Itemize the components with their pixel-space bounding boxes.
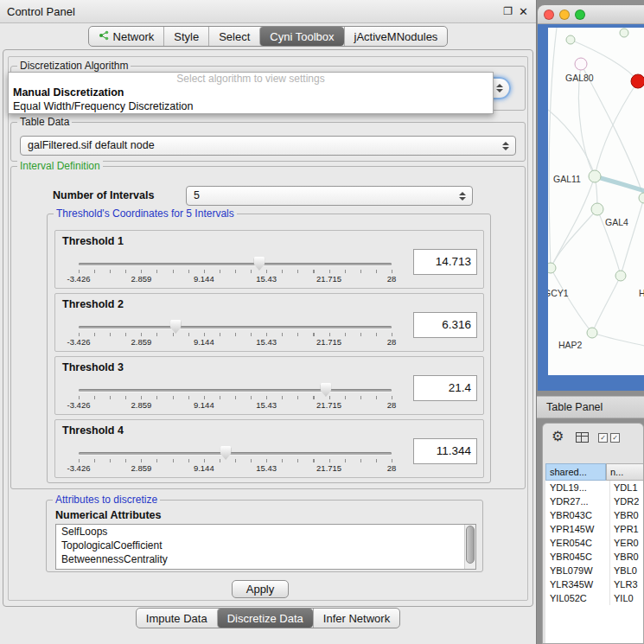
slider-thumb[interactable] [170,320,182,334]
slider-track[interactable] [79,452,392,455]
float-window-icon[interactable]: ❐ [503,0,513,23]
traffic-light[interactable] [559,10,570,20]
tab-impute-data[interactable]: Impute Data [137,609,217,628]
threshold-value-field[interactable]: 14.713 [413,249,477,275]
spinner-arrows-icon [496,84,503,92]
tick-labels: -3.4262.8599.14415.4321.71528 [79,463,392,474]
threshold-label: Threshold 2 [62,298,124,310]
combo-value: 5 [194,189,200,201]
algorithm-dropdown: Select algorithm to view settings Manual… [8,72,494,114]
tick-label: 2.859 [131,400,152,410]
tick-label: 15.43 [256,463,277,473]
checkbox-icon[interactable]: ✓ [610,433,620,443]
tick-label: 15.43 [256,400,277,410]
tab-jactivemnodules[interactable]: jActiveMNodules [344,27,448,46]
list-item[interactable]: TopologicalCoefficient [56,539,475,552]
cell: YPR145W [550,522,605,536]
table-row[interactable]: YDL19...YDL1 [545,481,643,494]
numerical-attributes-list[interactable]: SelfLoops TopologicalCoefficient Between… [55,524,476,570]
tick-label: 2.859 [131,274,152,284]
tick-labels: -3.4262.8599.14415.4321.71528 [79,337,392,348]
network-node[interactable] [639,193,644,203]
slider-track[interactable] [79,263,392,265]
dropdown-placeholder: Select algorithm to view settings [9,73,493,86]
scrollbar-thumb[interactable] [466,526,475,564]
traffic-light[interactable] [544,10,554,20]
column-header-shared-name[interactable]: shared... [545,463,606,481]
tick-label: 28 [387,463,397,473]
cell: YBR0 [609,550,639,564]
tab-infer-network[interactable]: Infer Network [313,609,399,628]
tick-label: 21.715 [316,463,341,473]
hap2-node[interactable] [587,328,597,338]
network-node[interactable] [620,29,628,37]
network-node[interactable] [566,35,575,44]
threshold-value-field[interactable]: 21.4 [413,375,477,401]
cell: YDL1 [609,481,638,494]
slider-track[interactable] [79,326,392,328]
tick-label: 21.715 [316,400,341,410]
threshold-value-field[interactable]: 11.344 [413,438,477,464]
tab-style[interactable]: Style [163,27,208,46]
highlighted-node[interactable] [631,74,644,88]
column-header-name[interactable]: n... [606,463,644,481]
table-row[interactable]: YLR345WYLR3 [545,577,643,591]
node-label: HAP2 [558,340,583,350]
tick-label: -3.426 [67,463,91,473]
table-row[interactable]: YPR145WYPR1 [545,522,643,536]
slider-track[interactable] [79,389,392,392]
gcy1-node[interactable] [548,263,556,273]
node-label: GCY1 [548,288,569,298]
traffic-light[interactable] [575,10,585,20]
table-row[interactable]: YIL052CYIL0 [545,591,643,605]
threshold-value-field[interactable]: 6.316 [413,312,477,338]
dropdown-option-equal-width[interactable]: Equal Width/Frequency Discretization [9,99,493,113]
gal4-node[interactable] [591,203,603,215]
cell: YIL052C [550,591,605,605]
columns-icon[interactable] [576,432,589,443]
dropdown-option-manual-discretization[interactable]: Manual Discretization [9,86,493,99]
table-row[interactable]: YBR045CYBR0 [545,550,643,564]
checkbox-icon[interactable]: ✓ [598,433,608,443]
num-intervals-combo[interactable]: 5 [186,186,473,206]
slider-thumb[interactable] [320,383,331,397]
threshold-panel: Threshold 2 -3.4262.8599.14415.4321.7152… [54,293,484,352]
table-row[interactable]: YDR27...YDR2 [545,494,643,508]
control-panel-titlebar: Control Panel ❐ ✕ [0,0,536,23]
table-row[interactable]: YBL079WYBL0 [545,564,643,577]
bottom-tab-bar: Impute Data Discretize Data Infer Networ… [136,608,400,628]
network-node[interactable] [615,271,626,281]
list-item[interactable]: SelfLoops [56,525,475,539]
gal11-node[interactable] [589,170,601,182]
slider-thumb[interactable] [253,257,265,271]
network-graph: GAL80 GAL11 GAL4 GCY1 HAP2 H [548,28,644,375]
network-canvas[interactable]: GAL80 GAL11 GAL4 GCY1 HAP2 H [548,28,644,375]
threshold-panel: Threshold 4 -3.4262.8599.14415.4321.7152… [54,419,484,478]
table-row[interactable]: YER054CYER0 [545,536,643,550]
tab-discretize-data[interactable]: Discretize Data [217,609,313,628]
table-row[interactable]: YBR043CYBR0 [545,508,643,522]
tab-label: Cyni Toolbox [270,30,334,43]
gal80-node[interactable] [575,58,587,70]
slider-thumb[interactable] [220,446,232,460]
tick-label: -3.426 [67,274,91,284]
close-icon[interactable]: ✕ [519,0,528,23]
tick-label: 15.43 [256,274,277,284]
gear-icon[interactable]: ⚙ [552,428,564,444]
node-label: GAL80 [565,73,594,83]
tab-select[interactable]: Select [208,27,259,46]
cell: YDR2 [609,494,639,508]
table-data-combo[interactable]: galFiltered.sif default node [20,136,516,156]
apply-button[interactable]: Apply [232,580,289,598]
tick-label: 9.144 [194,463,214,473]
tab-network[interactable]: Network [89,27,164,46]
tab-label: Select [219,30,250,43]
list-item[interactable]: BetweennessCentrality [56,552,475,566]
slider-ticks [79,459,392,462]
cell: YBL079W [550,564,605,577]
attributes-group: Attributes to discretize Numerical Attri… [46,500,483,572]
tab-cyni-toolbox[interactable]: Cyni Toolbox [259,27,343,46]
scrollbar[interactable] [464,525,475,569]
tick-labels: -3.4262.8599.14415.4321.71528 [79,400,392,411]
tick-label: 9.144 [194,337,214,347]
